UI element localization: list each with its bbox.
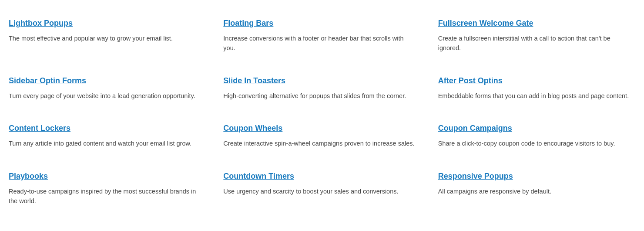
feature-cell: Content LockersTurn any article into gat…	[0, 114, 215, 161]
feature-cell: After Post OptinsEmbeddable forms that y…	[429, 66, 644, 114]
feature-desc-3: Turn every page of your website into a l…	[9, 91, 201, 101]
feature-link-2[interactable]: Fullscreen Welcome Gate	[438, 17, 533, 29]
feature-cell: Sidebar Optin FormsTurn every page of yo…	[0, 66, 215, 114]
feature-link-1[interactable]: Floating Bars	[223, 17, 273, 29]
feature-desc-1: Increase conversions with a footer or he…	[223, 34, 416, 53]
feature-link-9[interactable]: Playbooks	[9, 170, 48, 182]
feature-cell: PlaybooksReady-to-use campaigns inspired…	[0, 162, 215, 219]
feature-link-6[interactable]: Content Lockers	[9, 122, 70, 134]
feature-desc-10: Use urgency and scarcity to boost your s…	[223, 187, 416, 196]
feature-link-10[interactable]: Countdown Timers	[223, 170, 294, 182]
feature-desc-11: All campaigns are responsive by default.	[438, 187, 631, 196]
feature-cell: Slide In ToastersHigh-converting alterna…	[215, 66, 429, 114]
feature-desc-9: Ready-to-use campaigns inspired by the m…	[9, 187, 201, 206]
feature-link-11[interactable]: Responsive Popups	[438, 170, 513, 182]
feature-cell: Countdown TimersUse urgency and scarcity…	[215, 162, 429, 219]
feature-link-3[interactable]: Sidebar Optin Forms	[9, 75, 86, 87]
feature-link-5[interactable]: After Post Optins	[438, 75, 503, 87]
feature-cell: Lightbox PopupsThe most effective and po…	[0, 9, 215, 66]
feature-link-7[interactable]: Coupon Wheels	[223, 122, 282, 134]
feature-desc-8: Share a click-to-copy coupon code to enc…	[438, 139, 631, 148]
feature-desc-7: Create interactive spin-a-wheel campaign…	[223, 139, 416, 148]
feature-cell: Coupon WheelsCreate interactive spin-a-w…	[215, 114, 429, 161]
feature-cell: Coupon CampaignsShare a click-to-copy co…	[429, 114, 644, 161]
feature-link-4[interactable]: Slide In Toasters	[223, 75, 285, 87]
feature-cell: Responsive PopupsAll campaigns are respo…	[429, 162, 644, 219]
feature-desc-6: Turn any article into gated content and …	[9, 139, 201, 148]
feature-desc-5: Embeddable forms that you can add in blo…	[438, 91, 631, 101]
feature-cell: Floating BarsIncrease conversions with a…	[215, 9, 429, 66]
feature-grid: Lightbox PopupsThe most effective and po…	[0, 0, 644, 228]
feature-desc-4: High-converting alternative for popups t…	[223, 91, 416, 101]
feature-desc-0: The most effective and popular way to gr…	[9, 34, 201, 43]
feature-cell: Fullscreen Welcome GateCreate a fullscre…	[429, 9, 644, 66]
feature-desc-2: Create a fullscreen interstitial with a …	[438, 34, 631, 53]
feature-link-0[interactable]: Lightbox Popups	[9, 17, 73, 29]
feature-link-8[interactable]: Coupon Campaigns	[438, 122, 512, 134]
